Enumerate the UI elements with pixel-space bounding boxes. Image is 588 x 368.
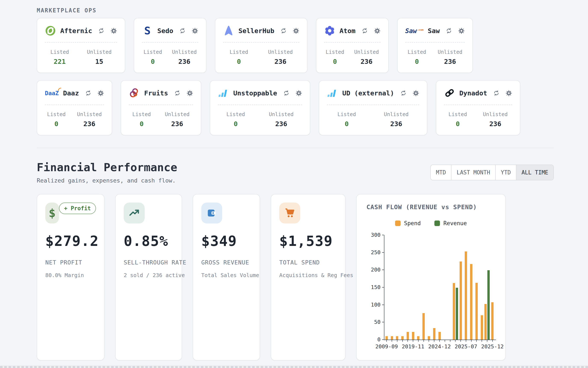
- section-divider: [37, 148, 554, 148]
- ud-external-logo-icon: [327, 88, 338, 99]
- settings-button[interactable]: [458, 28, 465, 34]
- marketplace-card-header: Saw.com Saw: [405, 25, 465, 36]
- refresh-button[interactable]: [283, 90, 290, 96]
- spend-bar: [481, 315, 483, 340]
- chart-title: CASH FLOW (REVENUE vs SPEND): [366, 203, 495, 211]
- y-axis-tick-label: 50: [366, 319, 380, 325]
- refresh-button[interactable]: [85, 90, 91, 96]
- refresh-button[interactable]: [98, 28, 104, 34]
- y-axis-line: [384, 235, 384, 340]
- refresh-button[interactable]: [446, 28, 452, 34]
- x-tick-mark: [429, 340, 429, 342]
- settings-button[interactable]: [374, 28, 380, 34]
- spend-bar: [422, 313, 425, 340]
- refresh-button[interactable]: [174, 90, 180, 96]
- stat-value: 0.85%: [124, 233, 173, 249]
- marketplace-card-stats: Listed 0 Unlisted 236: [129, 111, 193, 128]
- gear-icon: [187, 90, 193, 96]
- spend-bar: [428, 336, 430, 340]
- y-tick-mark: [382, 287, 384, 287]
- listed-label: Listed: [47, 111, 66, 117]
- filter-mtd[interactable]: MTD: [431, 165, 451, 180]
- marketplace-card-stats: Listed 0 Unlisted 236: [223, 49, 299, 65]
- financial-stats-row: $ + Profit $279.2 NET PROFIT 80.0% Margi…: [37, 194, 554, 360]
- x-tick-mark: [487, 340, 487, 342]
- spend-bar: [417, 336, 419, 340]
- marketplace-cards-grid: Afternic Listed 221 Unlisted 15 S Sedo: [37, 18, 554, 135]
- dynadot-logo-icon: [444, 88, 455, 99]
- marketplace-name: Fruits: [144, 89, 168, 97]
- stat-card-net-profit: $ + Profit $279.2 NET PROFIT 80.0% Margi…: [37, 194, 104, 360]
- listed-value: 0: [408, 58, 426, 65]
- spend-bar: [407, 332, 409, 340]
- revenue-bar: [487, 270, 490, 340]
- spend-legend-label: Spend: [404, 220, 421, 227]
- unlisted-label: Unlisted: [165, 111, 190, 117]
- listed-label: Listed: [132, 111, 151, 117]
- refresh-button[interactable]: [280, 28, 287, 34]
- marketplace-card-header: UD (external): [327, 88, 419, 99]
- settings-button[interactable]: [295, 90, 302, 96]
- marketplace-card-sedo: S Sedo Listed 0 Unlisted 236: [134, 18, 206, 73]
- settings-button[interactable]: [97, 90, 104, 96]
- wallet-icon: [206, 207, 217, 219]
- unlisted-stat: Unlisted 236: [268, 49, 293, 65]
- x-tick-mark: [418, 340, 418, 342]
- spend-bar: [453, 283, 455, 340]
- listed-label: Listed: [50, 49, 69, 55]
- marketplace-name: Saw: [428, 27, 440, 35]
- marketplace-card-stats: Listed 0 Unlisted 236: [444, 111, 512, 128]
- unlisted-value: 236: [172, 58, 197, 65]
- listed-stat: Listed 0: [230, 49, 248, 65]
- y-axis-tick-label: 0: [366, 336, 380, 343]
- chart-legend: Spend Revenue: [366, 220, 495, 227]
- card-dashed-divider: [142, 42, 198, 43]
- marketplace-name: SellerHub: [238, 27, 274, 35]
- spend-bar: [396, 336, 398, 340]
- unlisted-label: Unlisted: [87, 49, 112, 55]
- x-tick-mark: [402, 340, 403, 342]
- refresh-button[interactable]: [493, 90, 500, 96]
- unlisted-stat: Unlisted 236: [354, 49, 379, 65]
- unstoppable-logo-icon: [218, 88, 229, 99]
- settings-button[interactable]: [111, 28, 117, 34]
- settings-button[interactable]: [413, 90, 419, 96]
- settings-button[interactable]: [505, 90, 512, 96]
- listed-value: 0: [143, 58, 162, 65]
- settings-button[interactable]: [293, 28, 299, 34]
- settings-button[interactable]: [187, 90, 193, 96]
- settings-button[interactable]: [192, 28, 198, 34]
- filter-ytd[interactable]: YTD: [495, 165, 516, 180]
- x-axis-tick-label: 2009-09: [375, 343, 398, 350]
- refresh-icon: [283, 90, 290, 96]
- marketplace-card-stats: Listed 0 Unlisted 236: [324, 49, 380, 65]
- filter-last-month[interactable]: LAST MONTH: [451, 165, 495, 180]
- revenue-swatch-icon: [434, 221, 440, 226]
- unlisted-value: 236: [354, 58, 379, 65]
- listed-stat: Listed 0: [448, 111, 467, 128]
- stat-sub-label: 80.0% Margin: [45, 272, 96, 278]
- unlisted-value: 236: [268, 58, 293, 65]
- afternic-logo-icon: [45, 25, 56, 36]
- marketplace-name: Atom: [340, 27, 356, 35]
- y-axis-tick-label: 250: [366, 249, 380, 256]
- saw-logo-icon: Saw.com: [405, 25, 424, 36]
- stat-value: $279.2: [45, 233, 96, 249]
- marketplace-card-stats: Listed 221 Unlisted 15: [45, 49, 117, 65]
- marketplace-name: Sedo: [157, 27, 173, 35]
- unlisted-value: 236: [165, 120, 190, 128]
- listed-value: 0: [448, 120, 467, 128]
- legend-item-spend: Spend: [395, 220, 421, 227]
- refresh-button[interactable]: [400, 90, 407, 96]
- listed-value: 0: [337, 120, 356, 128]
- refresh-button[interactable]: [361, 28, 368, 34]
- stat-icon-tile: $: [45, 202, 59, 223]
- refresh-icon: [85, 90, 91, 96]
- marketplace-card-header: DaaZ Daaz: [45, 88, 104, 99]
- unlisted-stat: Unlisted 236: [384, 111, 409, 128]
- filter-all-time[interactable]: ALL TIME: [516, 165, 553, 180]
- fruits-logo-icon: [129, 88, 140, 99]
- refresh-button[interactable]: [179, 28, 186, 34]
- unlisted-label: Unlisted: [269, 111, 294, 117]
- card-dashed-divider: [45, 105, 104, 105]
